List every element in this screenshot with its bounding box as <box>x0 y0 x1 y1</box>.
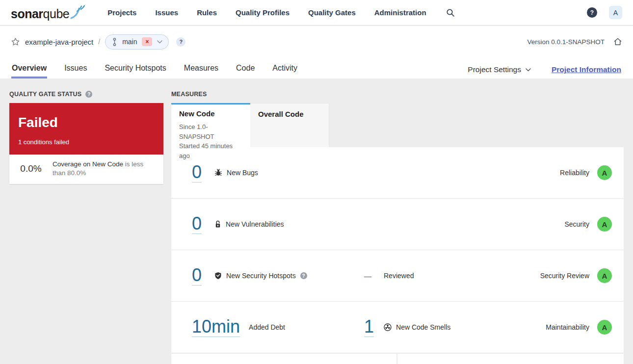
tab-security-hotspots[interactable]: Security Hotspots <box>105 58 166 78</box>
project-tabs: Overview Issues Security Hotspots Measur… <box>12 58 297 78</box>
new-vulnerabilities-label: New Vulnerabilities <box>226 220 284 228</box>
branch-icon <box>112 38 117 46</box>
added-debt-label: Added Debt <box>249 323 285 331</box>
condition-description: Coverage on New Code is less than 80.0% <box>53 160 157 178</box>
branch-help-icon[interactable]: ? <box>176 37 185 47</box>
new-code-tab-label: New Code <box>179 109 242 118</box>
bug-icon <box>214 169 222 177</box>
logo-swoosh-icon <box>70 5 87 20</box>
quality-gate-status: Failed <box>18 115 155 130</box>
nav-right-controls: ? A <box>587 6 622 19</box>
security-review-rating-badge: A <box>597 268 612 283</box>
sonarqube-logo-text: sonarqube <box>11 5 69 20</box>
reliability-rating-group: Reliability A <box>560 165 612 180</box>
quality-gate-card: Failed 1 conditions failed 0.0% Coverage… <box>9 103 163 184</box>
new-code-smells-metric: New Code Smells <box>384 323 450 331</box>
quality-gate-header: QUALITY GATE STATUS ? <box>9 91 163 98</box>
nav-item-administration[interactable]: Administration <box>374 8 426 17</box>
new-bugs-metric: New Bugs <box>214 169 258 177</box>
header-right-group: Version 0.0.1-SNAPSHOT <box>527 37 622 46</box>
lock-icon <box>214 220 221 228</box>
measure-row-maintainability: 10min Added Debt 1 <box>171 302 624 353</box>
chevron-down-icon <box>526 68 531 72</box>
project-tabs-right: Project Settings Project Information <box>468 65 621 74</box>
added-debt-value[interactable]: 10min <box>192 317 240 338</box>
shield-icon <box>214 272 222 280</box>
quality-gate-conditions-summary: 1 conditions failed <box>18 138 155 146</box>
measure-row-reliability: 0 New Bugs Reliability A <box>171 147 624 199</box>
tab-measures[interactable]: Measures <box>184 58 218 78</box>
measures-footer <box>171 353 624 364</box>
breadcrumb: example-java-project / main × ? Version … <box>11 33 622 50</box>
condition-metric: Coverage on New Code <box>53 160 123 168</box>
new-bugs-count[interactable]: 0 <box>192 163 202 183</box>
reviewed-group: — Reviewed <box>364 272 414 280</box>
sonarqube-logo[interactable]: sonarqube <box>11 5 87 20</box>
security-review-label: Security Review <box>540 272 589 280</box>
security-rating-group: Security A <box>564 217 612 232</box>
nav-item-rules[interactable]: Rules <box>197 8 217 17</box>
tab-activity[interactable]: Activity <box>272 58 297 78</box>
security-review-rating-group: Security Review A <box>540 268 612 283</box>
breadcrumb-separator: / <box>98 38 100 46</box>
nav-item-projects[interactable]: Projects <box>107 8 136 17</box>
measures-header: MEASURES <box>171 91 624 98</box>
new-security-hotspots-metric: New Security Hotspots ? <box>214 272 307 280</box>
measures-footer-cell-left <box>171 353 396 364</box>
nav-item-issues[interactable]: Issues <box>155 8 178 17</box>
reviewed-label: Reviewed <box>384 272 414 280</box>
branch-name: main <box>122 38 137 46</box>
security-label: Security <box>564 220 589 228</box>
measures-tabs: New Code Since 1.0-SNAPSHOT Started 45 m… <box>171 103 624 147</box>
new-vulnerabilities-count[interactable]: 0 <box>192 214 202 234</box>
tab-code[interactable]: Code <box>236 58 255 78</box>
measure-row-security: 0 New Vulnerabilities Security A <box>171 199 624 250</box>
project-settings-menu[interactable]: Project Settings <box>468 65 531 74</box>
quality-gate-status-banner: Failed 1 conditions failed <box>9 103 163 155</box>
quality-gate-help-icon[interactable]: ? <box>85 91 92 98</box>
breadcrumb-project-name[interactable]: example-java-project <box>25 38 93 46</box>
measures-title: MEASURES <box>171 91 207 98</box>
new-code-smells-count[interactable]: 1 <box>364 317 374 338</box>
top-navigation-bar: sonarqube Projects Issues Rules Quality … <box>0 0 633 26</box>
maintainability-rating-badge: A <box>597 320 612 335</box>
code-smell-icon <box>384 323 392 331</box>
tab-issues[interactable]: Issues <box>64 58 87 78</box>
nav-item-quality-profiles[interactable]: Quality Profiles <box>236 8 290 17</box>
new-code-since: Since 1.0-SNAPSHOT <box>179 122 242 141</box>
security-hotspots-help-icon[interactable]: ? <box>300 272 307 279</box>
project-settings-label: Project Settings <box>468 65 521 74</box>
condition-value: 0.0% <box>9 163 53 174</box>
chevron-down-icon <box>157 40 162 44</box>
project-information-link[interactable]: Project Information <box>552 65 621 74</box>
project-version: Version 0.0.1-SNAPSHOT <box>527 38 605 46</box>
main-nav-links: Projects Issues Rules Quality Profiles Q… <box>107 8 426 17</box>
new-vulnerabilities-metric: New Vulnerabilities <box>214 220 284 228</box>
measures-panel: MEASURES New Code Since 1.0-SNAPSHOT Sta… <box>171 91 624 364</box>
reliability-label: Reliability <box>560 169 589 177</box>
branch-selector[interactable]: main × <box>105 34 169 50</box>
new-bugs-label: New Bugs <box>227 169 258 177</box>
reliability-rating-badge: A <box>597 165 612 180</box>
nav-item-quality-gates[interactable]: Quality Gates <box>308 8 356 17</box>
tab-new-code[interactable]: New Code Since 1.0-SNAPSHOT Started 45 m… <box>171 103 250 147</box>
search-button[interactable] <box>446 8 455 17</box>
tab-overview[interactable]: Overview <box>12 58 47 78</box>
help-icon[interactable]: ? <box>587 7 597 18</box>
user-avatar[interactable]: A <box>609 6 622 19</box>
quality-gate-condition-row[interactable]: 0.0% Coverage on New Code is less than 8… <box>9 155 163 184</box>
overall-code-tab-label: Overall Code <box>258 110 321 118</box>
quality-gate-title: QUALITY GATE STATUS <box>9 91 81 98</box>
new-security-hotspots-count[interactable]: 0 <box>192 266 202 286</box>
maintainability-label: Maintainability <box>546 323 589 331</box>
favorite-star-icon[interactable] <box>11 37 20 47</box>
branch-failed-badge: × <box>142 37 152 46</box>
search-icon <box>446 8 455 17</box>
measure-row-security-review: 0 New Security Hotspots ? — Reviewed Sec… <box>171 250 624 302</box>
measures-footer-cell-right <box>397 353 624 364</box>
project-header: example-java-project / main × ? Version … <box>0 26 633 78</box>
maintainability-rating-group: Maintainability A <box>546 320 612 335</box>
tab-overall-code[interactable]: Overall Code <box>250 103 329 147</box>
new-code-smells-group: 1 New Code Smells <box>364 317 450 338</box>
home-icon[interactable] <box>613 37 622 46</box>
